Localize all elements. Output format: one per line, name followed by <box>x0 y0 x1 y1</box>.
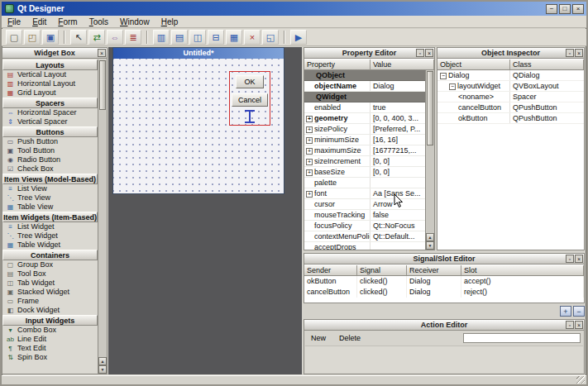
new-action-button[interactable]: New <box>304 334 332 342</box>
property-enabled[interactable]: enabledtrue <box>304 102 425 113</box>
widget-box-titlebar[interactable]: Widget Box × <box>2 48 107 59</box>
cancel-button[interactable]: Cancel <box>232 93 268 107</box>
widget-box-scrollbar-thumb[interactable] <box>99 60 106 110</box>
scroll-up-icon[interactable]: ▲ <box>426 233 434 241</box>
column-header-signal[interactable]: Signal <box>357 265 407 276</box>
menu-form[interactable]: Form <box>52 17 83 27</box>
object-layoutwidget[interactable]: −layoutWidgetQVBoxLayout <box>437 81 584 92</box>
edit-buddies-button[interactable]: ⇔ <box>107 30 123 45</box>
widget-horizontal-spacer[interactable]: ⇔Horizontal Spacer <box>2 108 98 117</box>
column-header-receiver[interactable]: Receiver <box>407 265 461 276</box>
object-okbutton[interactable]: okButtonQPushButton <box>437 113 584 124</box>
object-dialog[interactable]: −DialogQDialog <box>437 70 584 81</box>
signal-slot-close-button[interactable]: × <box>575 255 583 263</box>
edit-widgets-button[interactable]: ↖ <box>70 30 87 45</box>
adjust-size-button[interactable]: ◱ <box>262 30 279 45</box>
widget-push-button[interactable]: ▭Push Button <box>2 137 98 146</box>
category-item-views-model-based[interactable]: Item Views (Model-Based) <box>2 174 98 184</box>
maximize-button[interactable]: □ <box>559 4 571 14</box>
connection-row-2[interactable]: cancelButtonclicked()Dialogreject() <box>304 287 584 298</box>
property-editor-close-button[interactable]: × <box>425 49 433 57</box>
break-layout-button[interactable]: × <box>244 30 261 45</box>
remove-connection-button[interactable]: − <box>573 306 585 317</box>
form-canvas[interactable]: OK Cancel <box>113 59 284 193</box>
object-inspector-close-button[interactable]: × <box>575 49 583 57</box>
widget-tool-button[interactable]: ▣Tool Button <box>2 146 98 155</box>
property-font[interactable]: +fontAa [Sans Se... <box>304 188 425 199</box>
property-sizeincrement[interactable]: +sizeIncrement[0, 0] <box>304 156 425 167</box>
widget-vertical-spacer[interactable]: ⇕Vertical Spacer <box>2 117 98 126</box>
action-filter-input[interactable] <box>463 333 581 343</box>
property-editor-titlebar[interactable]: Property Editor ▫ × <box>304 48 434 59</box>
widget-tree-view[interactable]: ⋱Tree View <box>2 193 98 203</box>
collapse-icon[interactable]: − <box>440 73 447 79</box>
property-basesize[interactable]: +baseSize[0, 0] <box>304 167 425 178</box>
category-spacers[interactable]: Spacers <box>2 98 98 108</box>
resize-grip[interactable] <box>576 376 585 384</box>
form-window[interactable]: Untitled* OK Cancel <box>112 47 284 194</box>
action-editor-close-button[interactable]: × <box>575 321 583 329</box>
menu-help[interactable]: Help <box>155 17 184 27</box>
expand-icon[interactable]: + <box>306 169 313 176</box>
widget-tab-widget[interactable]: ◫Tab Widget <box>2 279 98 288</box>
property-editor-float-button[interactable]: ▫ <box>416 49 424 57</box>
layout-grid-button[interactable]: ▦ <box>226 30 242 45</box>
menu-window[interactable]: Window <box>114 17 155 27</box>
widget-grid-layout[interactable]: ▦Grid Layout <box>2 88 98 98</box>
property-objectname[interactable]: objectNameDialog <box>304 81 425 92</box>
scroll-down-icon[interactable]: ▼ <box>426 241 434 250</box>
object-inspector-float-button[interactable]: ▫ <box>566 49 574 57</box>
column-header-class[interactable]: Class <box>510 60 584 70</box>
layout-vertical-button[interactable]: ▤ <box>171 30 188 45</box>
column-header-object[interactable]: Object <box>437 60 510 70</box>
object-inspector-titlebar[interactable]: Object Inspector ▫ × <box>437 48 584 59</box>
widget-box-close-button[interactable]: × <box>98 49 106 57</box>
widget-table-widget[interactable]: ▦Table Widget <box>2 241 98 250</box>
column-header-sender[interactable]: Sender <box>304 265 357 276</box>
open-form-button[interactable]: ◰ <box>24 30 41 45</box>
layout-selection-outline[interactable]: OK Cancel <box>229 71 270 126</box>
vertical-spacer-indicator[interactable] <box>245 110 255 123</box>
widget-text-edit[interactable]: ¶Text Edit <box>2 344 98 353</box>
expand-icon[interactable]: + <box>306 191 313 198</box>
property-focuspolicy[interactable]: focusPolicyQt::NoFocus <box>304 221 425 231</box>
action-editor-titlebar[interactable]: Action Editor ▫ × <box>304 320 584 331</box>
scroll-down-icon[interactable]: ▼ <box>98 365 107 374</box>
menu-file[interactable]: File <box>2 17 26 27</box>
category-containers[interactable]: Containers <box>2 250 98 260</box>
widget-combo-box[interactable]: ▾Combo Box <box>2 326 98 335</box>
widget-frame[interactable]: ▭Frame <box>2 297 98 306</box>
property-contextmenupolicy[interactable]: contextMenuPolicyQt::Default... <box>304 231 425 242</box>
add-connection-button[interactable]: + <box>560 306 571 317</box>
expand-icon[interactable]: + <box>306 137 313 144</box>
object-cancelbutton[interactable]: cancelButtonQPushButton <box>437 102 584 113</box>
widget-spin-box[interactable]: ⇅Spin Box <box>2 353 98 362</box>
edit-tab-order-button[interactable]: ≣ <box>125 30 141 45</box>
minimize-button[interactable]: − <box>546 4 557 14</box>
menu-edit[interactable]: Edit <box>26 17 52 27</box>
expand-icon[interactable]: + <box>306 116 313 122</box>
delete-action-button[interactable]: Delete <box>332 334 367 342</box>
widget-tool-box[interactable]: ▤Tool Box <box>2 269 98 279</box>
widget-list-view[interactable]: ≡List View <box>2 184 98 193</box>
object-noname[interactable]: <noname>Spacer <box>437 92 584 102</box>
widget-radio-button[interactable]: ◉Radio Button <box>2 155 98 164</box>
column-header-property[interactable]: Property <box>304 60 370 70</box>
property-maximumsize[interactable]: +maximumSize[16777215,... <box>304 145 425 156</box>
widget-group-box[interactable]: ▢Group Box <box>2 260 98 269</box>
layout-splitter-vertical-button[interactable]: ⊟ <box>208 30 224 45</box>
category-layouts[interactable]: Layouts <box>2 60 98 70</box>
category-buttons[interactable]: Buttons <box>2 126 98 137</box>
column-header-value[interactable]: Value <box>370 60 434 70</box>
widget-check-box[interactable]: ☑Check Box <box>2 164 98 174</box>
menu-tools[interactable]: Tools <box>84 17 114 27</box>
widget-table-view[interactable]: ▦Table View <box>2 203 98 212</box>
property-acceptdrops[interactable]: acceptDrops <box>304 242 425 250</box>
save-form-button[interactable]: ▣ <box>42 30 59 45</box>
signal-slot-float-button[interactable]: ▫ <box>566 255 574 263</box>
close-button[interactable]: × <box>572 4 584 14</box>
expand-icon[interactable]: + <box>306 148 313 155</box>
ok-button[interactable]: OK <box>236 75 264 88</box>
column-header-slot[interactable]: Slot <box>461 265 584 276</box>
expand-icon[interactable]: + <box>306 159 313 165</box>
